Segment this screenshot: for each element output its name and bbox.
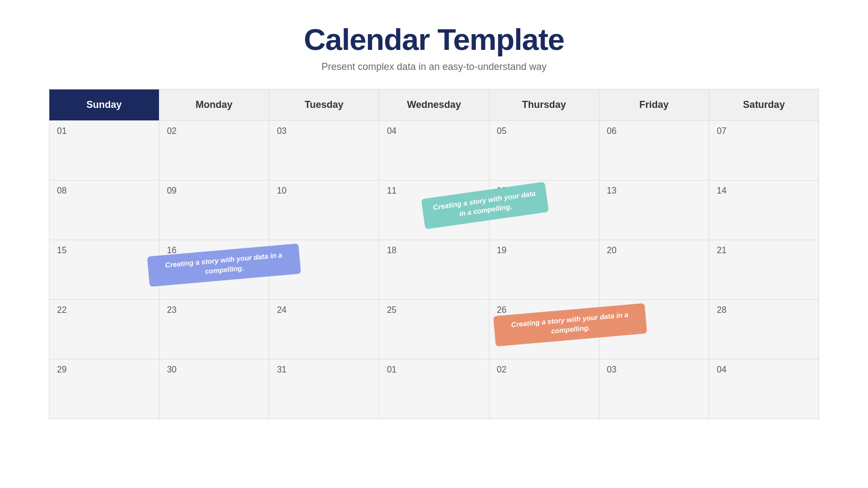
calendar-cell[interactable]: 01 — [379, 359, 489, 419]
cell-date: 27 — [607, 305, 617, 314]
calendar-cell[interactable]: 28 — [709, 300, 819, 359]
day-header-thursday: Thursday — [489, 89, 599, 121]
calendar-cell[interactable]: 05 — [489, 121, 599, 181]
calendar-cell[interactable]: 21 — [709, 240, 819, 300]
cell-date: 01 — [387, 365, 397, 374]
cell-date: 13 — [607, 186, 617, 195]
cell-date: 22 — [57, 305, 67, 314]
day-header-tuesday: Tuesday — [269, 89, 379, 121]
calendar-grid: SundayMondayTuesdayWednesdayThursdayFrid… — [49, 89, 819, 419]
cell-date: 12 — [497, 186, 507, 195]
cell-date: 28 — [717, 305, 726, 314]
calendar-cell[interactable]: 03 — [269, 121, 379, 181]
calendar-cell[interactable]: 25 — [379, 300, 489, 359]
calendar-cell[interactable]: 23 — [159, 300, 270, 359]
calendar-cell[interactable]: 19 — [489, 240, 599, 300]
cell-date: 21 — [717, 246, 726, 255]
day-header-sunday: Sunday — [49, 89, 159, 121]
cell-date: 08 — [57, 186, 67, 195]
calendar-cell[interactable]: 18 — [379, 240, 489, 300]
cell-date: 19 — [497, 246, 507, 255]
cell-date: 09 — [167, 186, 177, 195]
cell-date: 29 — [57, 365, 67, 374]
cell-date: 26 — [497, 305, 507, 314]
cell-date: 18 — [387, 246, 397, 255]
calendar-cell[interactable]: 01 — [49, 121, 159, 181]
day-header-wednesday: Wednesday — [379, 89, 489, 121]
calendar-cell[interactable]: 04 — [379, 121, 489, 181]
cell-date: 14 — [717, 186, 726, 195]
calendar-cell[interactable]: 04 — [709, 359, 819, 419]
cell-date: 06 — [607, 126, 617, 136]
cell-date: 04 — [717, 365, 726, 374]
cell-date: 10 — [277, 186, 286, 195]
cell-date: 31 — [277, 365, 286, 374]
calendar-cell[interactable]: 26 — [489, 300, 599, 359]
calendar-cell[interactable]: 29 — [49, 359, 159, 419]
cell-date: 15 — [57, 246, 67, 255]
calendar-cell[interactable]: 02 — [159, 121, 270, 181]
cell-date: 02 — [497, 365, 507, 374]
cell-date: 03 — [277, 126, 286, 136]
calendar-cell[interactable]: 06 — [599, 121, 710, 181]
cell-date: 03 — [607, 365, 617, 374]
day-header-friday: Friday — [599, 89, 710, 121]
calendar-cell[interactable]: 09 — [159, 181, 270, 240]
cell-date: 01 — [57, 126, 67, 136]
calendar-container: SundayMondayTuesdayWednesdayThursdayFrid… — [49, 89, 819, 419]
cell-date: 04 — [387, 126, 397, 136]
day-header-saturday: Saturday — [709, 89, 819, 121]
calendar-cell[interactable]: 07 — [709, 121, 819, 181]
calendar-cell[interactable]: 02 — [489, 359, 599, 419]
cell-date: 24 — [277, 305, 286, 314]
cell-date: 20 — [607, 246, 617, 255]
calendar-cell[interactable]: 16 — [159, 240, 270, 300]
calendar-cell[interactable]: 27 — [599, 300, 710, 359]
page-header: Calendar Template Present complex data i… — [304, 0, 564, 73]
calendar-cell[interactable]: 20 — [599, 240, 710, 300]
day-header-monday: Monday — [159, 89, 270, 121]
cell-date: 07 — [717, 126, 726, 136]
cell-date: 05 — [497, 126, 507, 136]
calendar-cell[interactable]: 10 — [269, 181, 379, 240]
calendar-cell[interactable]: 08 — [49, 181, 159, 240]
cell-date: 16 — [167, 246, 177, 255]
calendar-cell[interactable]: 13 — [599, 181, 710, 240]
cell-date: 25 — [387, 305, 397, 314]
calendar-cell[interactable]: 22 — [49, 300, 159, 359]
page-title: Calendar Template — [304, 22, 564, 57]
calendar-cell[interactable]: 24 — [269, 300, 379, 359]
cell-date: 02 — [167, 126, 177, 136]
cell-date: 17 — [277, 246, 286, 255]
cell-date: 11 — [387, 186, 397, 195]
calendar-cell[interactable]: 15 — [49, 240, 159, 300]
cell-date: 23 — [167, 305, 177, 314]
calendar-cell[interactable]: 30 — [159, 359, 270, 419]
page-subtitle: Present complex data in an easy-to-under… — [304, 61, 564, 73]
calendar-cell[interactable]: 14 — [709, 181, 819, 240]
calendar-cell[interactable]: 12 — [489, 181, 599, 240]
calendar-cell[interactable]: 11 — [379, 181, 489, 240]
calendar-cell[interactable]: 03 — [599, 359, 710, 419]
calendar-cell[interactable]: 31 — [269, 359, 379, 419]
cell-date: 30 — [167, 365, 177, 374]
calendar-cell[interactable]: 17 — [269, 240, 379, 300]
